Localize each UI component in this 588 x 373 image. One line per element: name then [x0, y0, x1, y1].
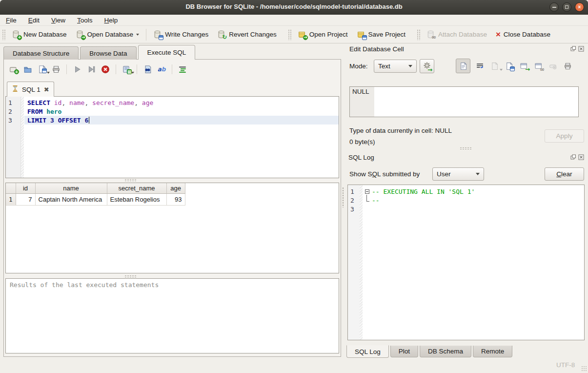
save-project-button[interactable]: Save Project	[352, 28, 410, 41]
close-sql-tab-icon[interactable]: ✖	[44, 86, 49, 93]
cell-type-info: Type of data currently in cell: NULL	[349, 127, 452, 134]
cell[interactable]: Esteban Rogelios	[107, 193, 166, 205]
cell[interactable]: Captain North America	[35, 193, 107, 205]
new-sql-tab-icon[interactable]: +	[9, 64, 19, 74]
save-results-icon[interactable]: ▦	[122, 64, 131, 74]
line-number: 2	[348, 197, 360, 204]
cell-value: NULL	[352, 88, 369, 95]
toolbar-drag-handle[interactable]	[2, 29, 5, 40]
toolbar-separator	[146, 29, 146, 41]
sql-toolbar: + ▦ ab	[9, 63, 187, 76]
find-icon[interactable]	[142, 64, 152, 74]
panel-splitter[interactable]	[460, 147, 472, 149]
clear-log-button[interactable]: Clear	[545, 167, 584, 181]
cell[interactable]: 7	[16, 193, 35, 205]
fold-marker[interactable]	[363, 199, 371, 202]
menu-item-tools[interactable]: Tools	[77, 17, 93, 24]
auto-switch-mode-button[interactable]: →	[420, 59, 434, 73]
row-header[interactable]: 1	[6, 193, 16, 205]
execute-all-icon[interactable]	[72, 64, 82, 74]
chevron-down-icon	[476, 173, 480, 175]
execution-status-placeholder: Results of the last executed statements	[10, 281, 159, 289]
sql-editor-line[interactable]: 1SELECT id, name, secret_name, age	[6, 98, 339, 107]
open-database-dropdown-arrow[interactable]	[136, 34, 139, 36]
open-database-button[interactable]: → Open Database	[71, 28, 144, 41]
cell[interactable]: 93	[166, 193, 185, 205]
close-database-button[interactable]: × Close Database	[491, 28, 555, 41]
menu-item-help[interactable]: Help	[104, 17, 118, 24]
data-link-icon[interactable]: ∞	[533, 61, 544, 71]
sql-log-view[interactable]: 1-- EXECUTING ALL IN 'SQL 1'2--3	[347, 185, 585, 340]
open-project-button[interactable]: → Open Project	[293, 28, 352, 41]
execute-current-line-icon[interactable]	[86, 64, 96, 74]
encoding-status: UTF-8	[556, 361, 575, 369]
menubar: FileEditViewToolsHelp	[0, 15, 588, 26]
show-sql-label: Show SQL submitted by	[349, 170, 420, 178]
cell-value-editor[interactable]: NULL	[349, 86, 579, 117]
set-null-icon	[547, 61, 558, 71]
sql-editor-line[interactable]: 2FROM hero	[6, 107, 339, 116]
toolbar-drag-handle[interactable]	[288, 29, 291, 40]
menu-item-file[interactable]: File	[6, 17, 17, 24]
revert-changes-button[interactable]: ↻ Revert Changes	[213, 28, 281, 41]
column-header-id[interactable]: id	[16, 183, 35, 193]
tab-execute-sql[interactable]: Execute SQL	[138, 45, 196, 60]
replace-icon[interactable]: ab	[157, 64, 166, 74]
bottom-tab-remote[interactable]: Remote	[473, 346, 512, 357]
sql-log-line: 2--	[348, 196, 584, 205]
sql-editor-tab[interactable]: SQL 1 ✖	[7, 82, 54, 97]
tab-browse-data[interactable]: Browse Data	[80, 46, 136, 60]
open-project-icon: →	[298, 30, 306, 39]
sql-editor-line[interactable]: 3LIMIT 3 OFFSET 6	[6, 116, 339, 124]
menu-item-view[interactable]: View	[51, 17, 65, 24]
bottom-tab-plot[interactable]: Plot	[390, 346, 418, 357]
results-message-splitter[interactable]	[124, 275, 137, 277]
chevron-down-icon	[408, 65, 412, 67]
sql-log-line: 3	[348, 205, 584, 213]
print-cell-icon[interactable]	[562, 61, 573, 71]
results-grid[interactable]: idnamesecret_nameage17Captain North Amer…	[5, 183, 339, 273]
format-sql-icon[interactable]	[178, 64, 187, 74]
close-database-icon: ×	[496, 30, 501, 39]
table-row[interactable]: 17Captain North AmericaEsteban Rogelios9…	[6, 193, 185, 205]
mode-select[interactable]: Text	[374, 60, 417, 73]
maximize-button[interactable]	[562, 2, 571, 12]
new-database-button[interactable]: + New Database	[7, 28, 71, 41]
print-sql-icon[interactable]	[51, 64, 61, 74]
column-header-secret_name[interactable]: secret_name	[107, 183, 166, 193]
line-number: 2	[6, 107, 21, 116]
close-panel-icon[interactable]	[578, 46, 584, 52]
grid-corner	[6, 183, 16, 193]
menu-item-edit[interactable]: Edit	[28, 17, 40, 24]
word-wrap-icon[interactable]	[474, 61, 485, 71]
stop-execution-icon[interactable]	[101, 64, 110, 74]
log-filter-select[interactable]: User	[432, 167, 484, 181]
write-changes-button[interactable]: Write Changes	[149, 28, 213, 41]
sql-toolbar-separator	[137, 64, 137, 74]
save-sql-file-icon[interactable]	[37, 64, 47, 74]
window-title: DB Browser for SQLite - /home/user/code/…	[0, 3, 588, 10]
new-database-icon: +	[12, 30, 20, 39]
column-header-name[interactable]: name	[35, 183, 107, 193]
bottom-tab-db-schema[interactable]: DB Schema	[420, 346, 471, 357]
resize-grip[interactable]	[581, 366, 587, 372]
column-header-age[interactable]: age	[166, 183, 185, 193]
editor-results-splitter[interactable]	[124, 179, 137, 181]
revert-changes-icon: ↻	[217, 30, 226, 39]
close-panel-icon[interactable]	[578, 154, 584, 160]
tab-database-structure[interactable]: Database Structure	[3, 46, 79, 60]
fold-marker[interactable]	[363, 189, 371, 194]
close-button[interactable]: ×	[575, 2, 584, 12]
collapse-icon[interactable]	[365, 189, 369, 194]
minimize-button[interactable]	[549, 2, 559, 12]
bottom-tab-sql-log[interactable]: SQL Log	[346, 345, 389, 358]
toolbar-drag-handle[interactable]	[417, 29, 420, 40]
text-mode-icon[interactable]	[456, 59, 470, 73]
export-data-icon[interactable]	[504, 61, 514, 71]
open-in-external-icon[interactable]: →	[518, 61, 529, 71]
sql-editor[interactable]: 1SELECT id, name, secret_name, age2FROM …	[5, 96, 339, 178]
float-panel-icon[interactable]	[570, 46, 576, 52]
open-sql-file-icon[interactable]	[23, 64, 33, 74]
mode-label: Mode:	[349, 62, 368, 70]
float-panel-icon[interactable]	[570, 154, 576, 160]
